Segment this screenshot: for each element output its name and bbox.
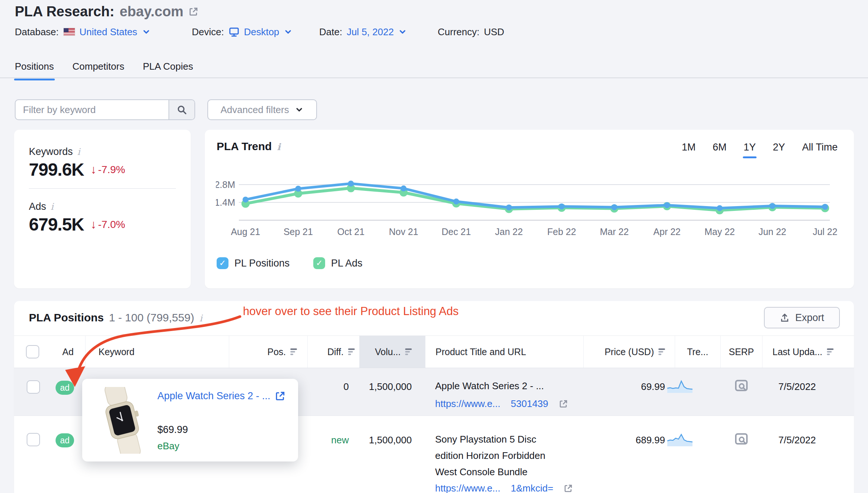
device-selector[interactable]: Device: Desktop bbox=[192, 24, 293, 39]
range-all-time[interactable]: All Time bbox=[802, 142, 838, 158]
range-1y[interactable]: 1Y bbox=[744, 142, 756, 158]
export-button[interactable]: Export bbox=[764, 307, 840, 328]
product-title-cell: West Console Bundle bbox=[435, 466, 528, 478]
info-icon[interactable]: i bbox=[77, 146, 80, 157]
last-updated-cell: 7/5/2022 bbox=[778, 434, 816, 446]
col-last-updated[interactable]: Last Upda... bbox=[762, 336, 854, 368]
external-link-icon[interactable] bbox=[559, 400, 568, 408]
range-2y[interactable]: 2Y bbox=[773, 142, 785, 158]
positions-range-text: 1 - 100 (799,559) bbox=[109, 311, 194, 324]
col-trend: Tre... bbox=[675, 336, 720, 368]
product-title-cell: Apple Watch Series 2 - ... bbox=[435, 380, 544, 392]
trend-sparkline bbox=[667, 379, 693, 394]
diff-cell: new bbox=[307, 434, 359, 446]
pl-positions-label: PL Positions bbox=[234, 258, 290, 269]
ads-stat-label: Ads i bbox=[29, 201, 54, 212]
chevron-down-icon[interactable] bbox=[284, 27, 293, 36]
ads-label-text: Ads bbox=[29, 201, 46, 212]
row2-checkbox[interactable] bbox=[27, 433, 40, 446]
last-updated-cell: 7/5/2022 bbox=[778, 381, 816, 393]
svg-text:Aug 21: Aug 21 bbox=[231, 226, 260, 237]
us-flag-icon bbox=[63, 28, 75, 36]
popup-product-link[interactable]: Apple Watch Series 2 - ... bbox=[157, 390, 285, 402]
pl-ads-label: PL Ads bbox=[331, 258, 363, 269]
select-all-checkbox[interactable] bbox=[26, 345, 39, 358]
col-keyword-label: Keyword bbox=[99, 347, 134, 357]
col-ad: Ad bbox=[51, 336, 85, 368]
svg-text:Mar 22: Mar 22 bbox=[600, 226, 629, 237]
trend-title-text: PLA Trend bbox=[217, 140, 272, 153]
keywords-label-text: Keywords bbox=[29, 146, 73, 158]
volume-cell: 1,500,000 bbox=[359, 381, 425, 393]
product-url-tail[interactable]: 5301439 bbox=[511, 398, 548, 410]
ads-change-text: -7.0% bbox=[98, 219, 125, 231]
legend-pl-ads: ✓ PL Ads bbox=[313, 257, 363, 269]
svg-text:Nov 21: Nov 21 bbox=[389, 226, 418, 237]
pl-ads-checkbox[interactable]: ✓ bbox=[313, 257, 325, 269]
database-selector[interactable]: Database: United States bbox=[15, 24, 151, 39]
external-link-icon[interactable] bbox=[188, 7, 198, 17]
serp-icon[interactable] bbox=[734, 431, 749, 446]
col-volume[interactable]: Volu... bbox=[359, 336, 425, 368]
sort-icon bbox=[827, 348, 834, 355]
svg-text:Apr 22: Apr 22 bbox=[653, 226, 681, 237]
ad-badge-cell: ad bbox=[56, 381, 74, 395]
keyword-filter-input[interactable] bbox=[16, 100, 168, 119]
product-title-cell: edition Horizon Forbidden bbox=[435, 450, 545, 461]
annotation-text: hover over to see their Product Listing … bbox=[243, 305, 458, 318]
col-product[interactable]: Product Title and URL bbox=[425, 336, 583, 368]
ads-change: ↓-7.0% bbox=[91, 218, 125, 231]
advanced-filters-button[interactable]: Advanced filters bbox=[207, 99, 317, 120]
svg-text:Jun 22: Jun 22 bbox=[758, 226, 786, 237]
sort-icon bbox=[348, 348, 355, 355]
price-cell: 689.99 bbox=[583, 434, 675, 446]
keywords-change: ↓-7.9% bbox=[91, 163, 125, 176]
product-url-tail[interactable]: 1&mkcid= bbox=[511, 483, 553, 493]
svg-text:Jul 22: Jul 22 bbox=[813, 226, 838, 237]
col-keyword[interactable]: Keyword bbox=[85, 336, 229, 368]
export-icon bbox=[779, 312, 790, 323]
date-value[interactable]: Jul 5, 2022 bbox=[347, 26, 394, 38]
currency-label: Currency: bbox=[438, 26, 480, 38]
ads-value-text: 679.5K bbox=[29, 214, 84, 235]
serp-icon[interactable] bbox=[734, 378, 749, 393]
diff-value: new bbox=[331, 434, 349, 446]
range-1m[interactable]: 1M bbox=[682, 142, 696, 158]
ad-badge[interactable]: ad bbox=[56, 381, 74, 395]
svg-text:Sep 21: Sep 21 bbox=[284, 226, 313, 237]
database-value[interactable]: United States bbox=[80, 26, 137, 38]
product-title: Apple Watch Series 2 - ... bbox=[435, 380, 544, 392]
tabbar-divider bbox=[0, 77, 868, 78]
col-pos[interactable]: Pos. bbox=[229, 336, 307, 368]
col-price[interactable]: Price (USD) bbox=[583, 336, 675, 368]
external-link-icon[interactable] bbox=[564, 484, 572, 493]
row1-checkbox[interactable] bbox=[27, 380, 40, 394]
ad-badge-cell: ad bbox=[56, 433, 74, 447]
info-icon[interactable]: i bbox=[199, 313, 202, 324]
ad-badge[interactable]: ad bbox=[56, 433, 74, 447]
col-price-label: Price (USD) bbox=[605, 347, 654, 357]
product-url[interactable]: https://www.e... bbox=[435, 398, 500, 410]
price-value: 69.99 bbox=[641, 381, 665, 393]
device-value[interactable]: Desktop bbox=[244, 26, 279, 38]
product-url-cell: https://www.e... 5301439 bbox=[435, 398, 568, 410]
desktop-icon bbox=[228, 26, 240, 37]
chevron-down-icon[interactable] bbox=[398, 27, 407, 36]
info-icon[interactable]: i bbox=[277, 142, 281, 152]
info-icon[interactable]: i bbox=[51, 201, 54, 212]
col-serp-label: SERP bbox=[729, 347, 754, 357]
col-volume-label: Volu... bbox=[375, 347, 401, 357]
export-label: Export bbox=[795, 312, 824, 324]
pl-positions-checkbox[interactable]: ✓ bbox=[217, 257, 228, 269]
chevron-down-icon[interactable] bbox=[142, 27, 151, 36]
svg-text:May 22: May 22 bbox=[704, 226, 735, 237]
search-button[interactable] bbox=[168, 100, 194, 119]
arrow-down-icon: ↓ bbox=[91, 218, 97, 231]
range-6m[interactable]: 6M bbox=[712, 142, 727, 158]
date-selector[interactable]: Date: Jul 5, 2022 bbox=[319, 24, 407, 39]
product-listing-popup: Apple Watch Series 2 - ... $69.99 eBay bbox=[82, 379, 298, 461]
popup-product-title: Apple Watch Series 2 - ... bbox=[157, 390, 270, 402]
col-diff[interactable]: Diff. bbox=[307, 336, 359, 368]
product-url[interactable]: https://www.e... bbox=[435, 483, 500, 493]
svg-text:2.8M: 2.8M bbox=[216, 179, 235, 190]
